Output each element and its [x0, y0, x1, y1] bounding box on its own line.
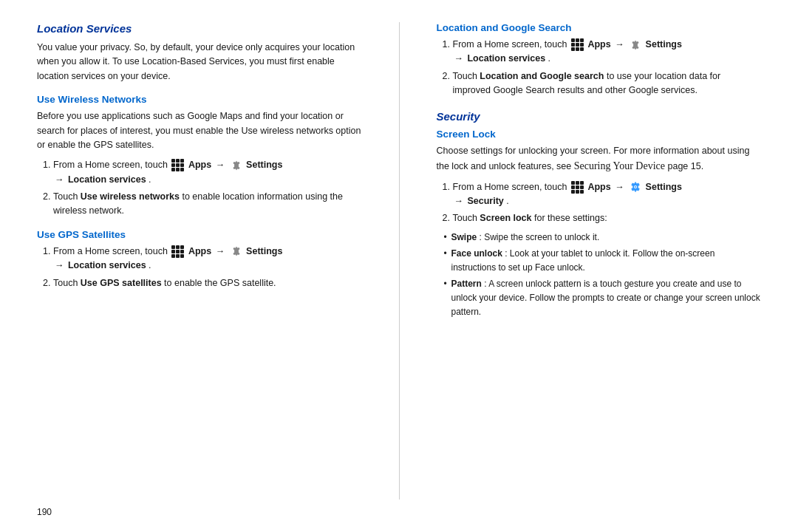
page-container: Location Services You value your privacy…: [0, 0, 798, 532]
step2-prefix: Touch: [53, 191, 81, 202]
apps-label-3: Apps: [587, 39, 613, 50]
swipe-bullet: Swipe : Swipe the screen to unlock it.: [444, 231, 762, 245]
pattern-bold: Pattern: [451, 279, 482, 289]
gps-step-2: Touch Use GPS satellites to enable the G…: [53, 276, 362, 290]
period-3: .: [548, 53, 550, 64]
arrow-3: →: [615, 39, 624, 50]
settings-icon-2: [231, 245, 242, 257]
column-divider: [399, 22, 400, 499]
apps-grid-icon-3: [571, 38, 584, 51]
apps-grid-icon-2: [171, 245, 184, 258]
apps-label-2: Apps: [188, 246, 214, 256]
wireless-networks-steps: From a Home screen, touch Apps →: [37, 158, 362, 219]
location-google-bold: Location and Google search: [480, 71, 604, 81]
gps-steps: From a Home screen, touch Apps →: [37, 245, 362, 290]
arrow-location-3: →: [454, 53, 466, 64]
arrow-2: →: [216, 246, 225, 256]
swipe-text: : Swipe the screen to unlock it.: [480, 232, 600, 242]
security-step1-prefix: From a Home screen, touch: [453, 182, 570, 192]
face-unlock-bold: Face unlock: [451, 248, 502, 259]
use-wireless-networks-title: Use Wireless Networks: [37, 94, 362, 105]
two-columns-layout: Location Services You value your privacy…: [37, 22, 761, 499]
google-step-1: From a Home screen, touch Apps →: [453, 38, 762, 66]
gps-step2-suffix: to enable the GPS satellite.: [164, 278, 276, 288]
period-4: .: [506, 196, 508, 206]
left-column: Location Services You value your privacy…: [37, 22, 362, 499]
arrow-location-2: →: [55, 260, 66, 270]
arrow-location-1: →: [55, 174, 66, 185]
security-step2-prefix: Touch: [453, 213, 480, 223]
apps-label-4: Apps: [587, 182, 613, 192]
screen-lock-bullets: Swipe : Swipe the screen to unlock it. F…: [437, 231, 762, 319]
screen-lock-title: Screen Lock: [437, 129, 762, 140]
settings-label-2: Settings: [246, 246, 282, 256]
arrow-1: →: [216, 160, 225, 170]
google-search-steps: From a Home screen, touch Apps →: [437, 38, 762, 98]
settings-icon-4: [630, 181, 641, 193]
pattern-bullet: Pattern : A screen unlock pattern is a t…: [444, 277, 762, 318]
apps-grid-icon-1: [171, 159, 184, 171]
screen-lock-intro: Choose settings for unlocking your scree…: [437, 144, 762, 174]
apps-label-1: Apps: [188, 160, 214, 170]
security-link: Security: [467, 196, 503, 206]
wireless-step-2: Touch Use wireless networks to enable lo…: [53, 190, 362, 219]
page-ref: page 15.: [667, 161, 703, 171]
svg-point-6: [635, 186, 636, 188]
google-step1-prefix: From a Home screen, touch: [453, 39, 570, 50]
securing-device-ref: Securing Your Device: [574, 160, 665, 171]
swipe-bold: Swipe: [451, 232, 477, 242]
right-column: Location and Google Search From a Home s…: [437, 22, 762, 499]
location-google-search-title: Location and Google Search: [437, 22, 762, 33]
security-title: Security: [437, 110, 762, 123]
gps-step2-prefix: Touch: [53, 278, 81, 288]
location-services-intro: You value your privacy. So, by default, …: [37, 41, 362, 83]
location-services-link-3: Location services: [467, 53, 545, 64]
security-step-1: From a Home screen, touch Apps →: [453, 180, 762, 209]
use-wireless-bold: Use wireless networks: [81, 191, 180, 202]
settings-label-4: Settings: [646, 182, 682, 192]
location-services-link-2: Location services: [68, 260, 146, 270]
period-1: .: [149, 174, 151, 185]
page-number: 190: [37, 507, 761, 517]
google-step2-prefix: Touch: [453, 71, 480, 81]
apps-grid-icon-4: [571, 181, 584, 194]
location-services-link-1: Location services: [68, 174, 146, 185]
location-services-title: Location Services: [37, 22, 362, 35]
pattern-text: : A screen unlock pattern is a touch ges…: [451, 279, 760, 316]
wireless-networks-intro: Before you use applications such as Goog…: [37, 109, 362, 152]
security-step2-suffix: for these settings:: [534, 213, 607, 223]
screen-lock-bold: Screen lock: [480, 213, 531, 223]
gps-step-1: From a Home screen, touch Apps →: [53, 245, 362, 273]
security-step-2: Touch Screen lock for these settings:: [453, 211, 762, 225]
gps-step1-prefix: From a Home screen, touch: [53, 246, 170, 256]
settings-icon-3: [630, 39, 641, 51]
step1-prefix: From a Home screen, touch: [53, 160, 170, 170]
use-gps-title: Use GPS Satellites: [37, 229, 362, 240]
arrow-security: →: [454, 196, 466, 206]
face-unlock-bullet: Face unlock : Look at your tablet to unl…: [444, 247, 762, 274]
settings-label-1: Settings: [246, 160, 282, 170]
period-2: .: [149, 260, 151, 270]
settings-label-3: Settings: [646, 39, 682, 50]
security-steps: From a Home screen, touch Apps →: [437, 180, 762, 226]
use-gps-bold: Use GPS satellites: [81, 278, 162, 288]
arrow-4: →: [615, 182, 624, 192]
wireless-step-1: From a Home screen, touch Apps →: [53, 158, 362, 187]
google-step-2: Touch Location and Google search to use …: [453, 69, 762, 98]
settings-icon-1: [231, 160, 242, 171]
